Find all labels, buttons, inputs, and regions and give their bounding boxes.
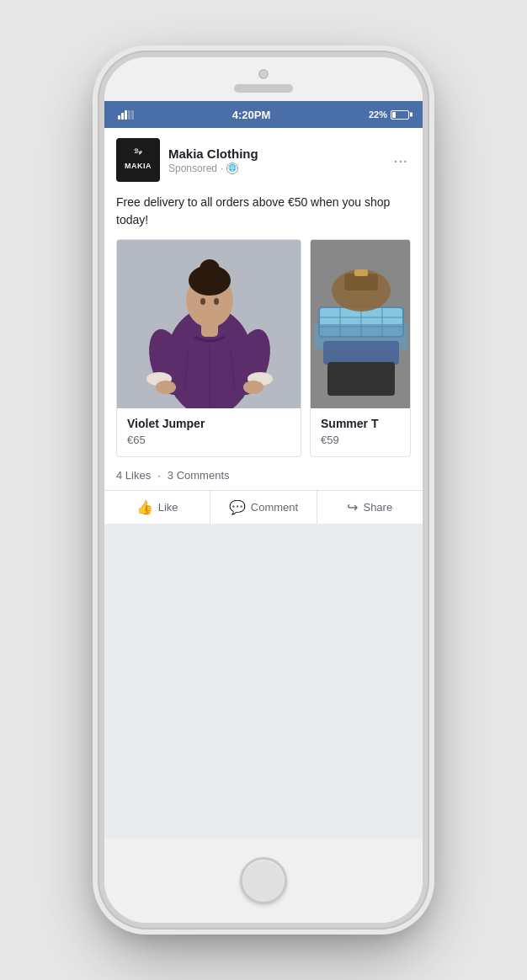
- phone-top: [104, 57, 423, 101]
- action-bar: 👍 Like 💬 Comment ↪ Share: [104, 490, 423, 524]
- product-info-2: Summer T €59: [311, 408, 410, 456]
- signal-indicators: [118, 110, 134, 120]
- globe-icon: 🌐: [226, 162, 238, 174]
- facebook-post-card: ℬℊ MAKIA Makia Clothing Sponsored · 🌐: [104, 128, 423, 524]
- product-name-1: Violet Jumper: [127, 417, 290, 430]
- svg-rect-21: [323, 341, 399, 365]
- battery-icon: [391, 110, 409, 120]
- product-image-2: [311, 240, 410, 408]
- signal-bar-2: [121, 113, 124, 120]
- likes-separator: ·: [157, 469, 161, 482]
- like-label: Like: [158, 501, 178, 514]
- speaker: [234, 84, 293, 93]
- post-text: Free delivery to all orders above €50 wh…: [104, 190, 423, 239]
- share-icon: ↪: [347, 499, 358, 515]
- comment-icon: 💬: [229, 499, 246, 515]
- product-card-1[interactable]: Violet Jumper €65: [116, 239, 301, 457]
- svg-point-13: [156, 381, 176, 394]
- product-price-2: €59: [321, 434, 400, 446]
- signal-bar-3: [125, 110, 127, 120]
- likes-count: 4 Likes: [116, 469, 151, 482]
- battery-percent: 22%: [369, 109, 387, 120]
- post-header: ℬℊ MAKIA Makia Clothing Sponsored · 🌐: [104, 128, 423, 190]
- camera: [258, 69, 269, 79]
- svg-point-14: [243, 381, 264, 394]
- phone-bottom: [104, 839, 423, 923]
- phone-frame: 4:20PM 22% ℬℊ MAKIA: [99, 52, 428, 928]
- likes-row: 4 Likes · 3 Comments: [104, 461, 423, 488]
- comment-label: Comment: [251, 501, 298, 514]
- phone-screen: ℬℊ MAKIA Makia Clothing Sponsored · 🌐: [104, 128, 423, 839]
- share-label: Share: [363, 501, 392, 514]
- status-bar: 4:20PM 22%: [104, 101, 423, 128]
- product-info-1: Violet Jumper €65: [117, 408, 301, 456]
- logo-container: ℬℊ MAKIA: [125, 148, 152, 171]
- signal-bars: [118, 110, 134, 120]
- post-meta: Makia Clothing Sponsored · 🌐: [168, 146, 381, 174]
- product-carousel[interactable]: Violet Jumper €65: [104, 239, 423, 457]
- comments-count: 3 Comments: [168, 469, 230, 482]
- svg-point-8: [200, 259, 220, 280]
- svg-point-10: [214, 298, 219, 305]
- home-button[interactable]: [240, 857, 287, 904]
- sponsored-dot: ·: [221, 162, 223, 174]
- signal-bar-4: [128, 110, 130, 120]
- like-button[interactable]: 👍 Like: [104, 491, 210, 524]
- sponsored-row: Sponsored · 🌐: [168, 162, 381, 174]
- phone-outer: 4:20PM 22% ℬℊ MAKIA: [0, 0, 527, 980]
- svg-rect-31: [354, 269, 368, 276]
- logo-prefix: ℬℊ: [125, 148, 152, 155]
- comment-button[interactable]: 💬 Comment: [210, 491, 317, 524]
- logo-text: ℬℊ MAKIA: [125, 148, 152, 169]
- sponsored-text: Sponsored: [168, 162, 217, 174]
- brand-logo: ℬℊ MAKIA: [116, 138, 160, 182]
- like-icon: 👍: [136, 499, 153, 515]
- status-right: 22%: [369, 109, 409, 120]
- status-time: 4:20PM: [134, 109, 369, 121]
- svg-rect-28: [327, 362, 395, 396]
- share-button[interactable]: ↪ Share: [317, 491, 423, 524]
- brand-name: Makia Clothing: [168, 146, 381, 161]
- product-image-1: [117, 240, 301, 408]
- product-card-2[interactable]: Summer T €59: [310, 239, 411, 457]
- product-price-1: €65: [127, 434, 290, 446]
- battery-fill: [392, 112, 396, 118]
- product-name-2: Summer T: [321, 417, 400, 430]
- svg-point-9: [200, 298, 205, 305]
- signal-bar-1: [118, 115, 120, 120]
- more-button[interactable]: ···: [390, 151, 411, 170]
